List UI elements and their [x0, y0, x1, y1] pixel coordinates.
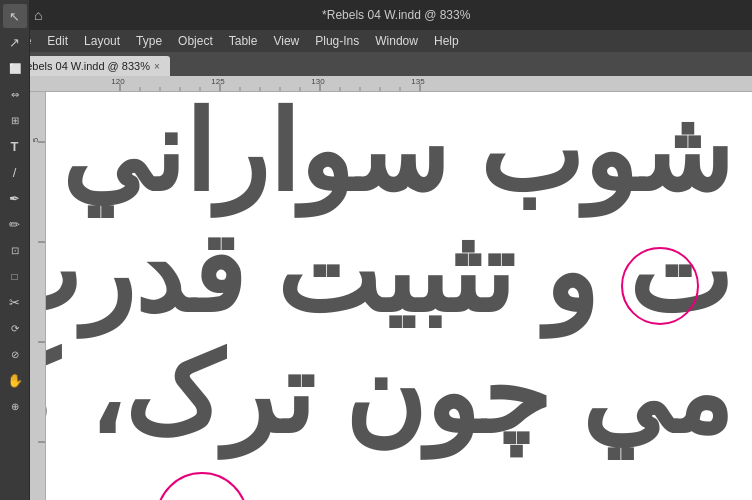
gap-tool-button[interactable]: ⇔ [3, 82, 27, 106]
canvas-area[interactable]: شوب سواراني مسلح ت و تثبيت قدرت مي چون ت… [46, 92, 752, 500]
pencil-tool-button[interactable]: ✏ [3, 212, 27, 236]
content-collector-button[interactable]: ⊞ [3, 108, 27, 132]
page-tool-button[interactable]: ⬜ [3, 56, 27, 80]
svg-text:120: 120 [111, 77, 125, 86]
menu-edit[interactable]: Edit [39, 32, 76, 50]
arabic-line-2: ت و تثبيت قدرت [66, 213, 732, 334]
toolbar: ↖ ↗ ⬜ ⇔ ⊞ T / ✒ ✏ ⊡ □ ✂ ⟳ ⊘ ✋ ⊕ [0, 0, 30, 500]
type-tool-button[interactable]: T [3, 134, 27, 158]
menu-type[interactable]: Type [128, 32, 170, 50]
menu-window[interactable]: Window [367, 32, 426, 50]
svg-text:135: 135 [411, 77, 425, 86]
main-area: 120 125 130 135 5 [0, 76, 752, 500]
annotation-circle-2 [156, 472, 248, 500]
scissors-tool-button[interactable]: ✂ [3, 290, 27, 314]
menu-view[interactable]: View [265, 32, 307, 50]
menu-table[interactable]: Table [221, 32, 266, 50]
rectangle-frame-tool-button[interactable]: ⊡ [3, 238, 27, 262]
arabic-line-1: شوب سواراني مسلح [66, 92, 732, 213]
ruler-horizontal: 120 125 130 135 [30, 76, 752, 92]
svg-text:125: 125 [211, 77, 225, 86]
document-page: شوب سواراني مسلح ت و تثبيت قدرت مي چون ت… [46, 92, 752, 500]
menu-layout[interactable]: Layout [76, 32, 128, 50]
title-bar: Id ⌂ *Rebels 04 W.indd @ 833% [0, 0, 752, 30]
svg-text:5: 5 [31, 137, 40, 142]
rectangle-tool-button[interactable]: □ [3, 264, 27, 288]
pen-tool-button[interactable]: ✒ [3, 186, 27, 210]
svg-text:130: 130 [311, 77, 325, 86]
window-title: *Rebels 04 W.indd @ 833% [48, 8, 744, 22]
line-tool-button[interactable]: / [3, 160, 27, 184]
hand-tool-button[interactable]: ✋ [3, 368, 27, 392]
eyedropper-tool-button[interactable]: ⊘ [3, 342, 27, 366]
tab-close-button[interactable]: × [154, 61, 160, 72]
menu-help[interactable]: Help [426, 32, 467, 50]
direct-selection-tool-button[interactable]: ↗ [3, 30, 27, 54]
arabic-text-content: شوب سواراني مسلح ت و تثبيت قدرت مي چون ت… [46, 92, 752, 465]
home-icon[interactable]: ⌂ [34, 7, 42, 23]
tab-label: *Rebels 04 W.indd @ 833% [14, 60, 150, 72]
free-transform-button[interactable]: ⟳ [3, 316, 27, 340]
selection-tool-button[interactable]: ↖ [3, 4, 27, 28]
menu-plugins[interactable]: Plug-Ins [307, 32, 367, 50]
zoom-tool-button[interactable]: ⊕ [3, 394, 27, 418]
tab-bar: *Rebels 04 W.indd @ 833% × [0, 52, 752, 76]
arabic-line-3: مي چون ترک، کردکر [66, 334, 732, 455]
menu-object[interactable]: Object [170, 32, 221, 50]
menu-bar: File Edit Layout Type Object Table View … [0, 30, 752, 52]
ruler-vertical: 5 [30, 92, 46, 500]
